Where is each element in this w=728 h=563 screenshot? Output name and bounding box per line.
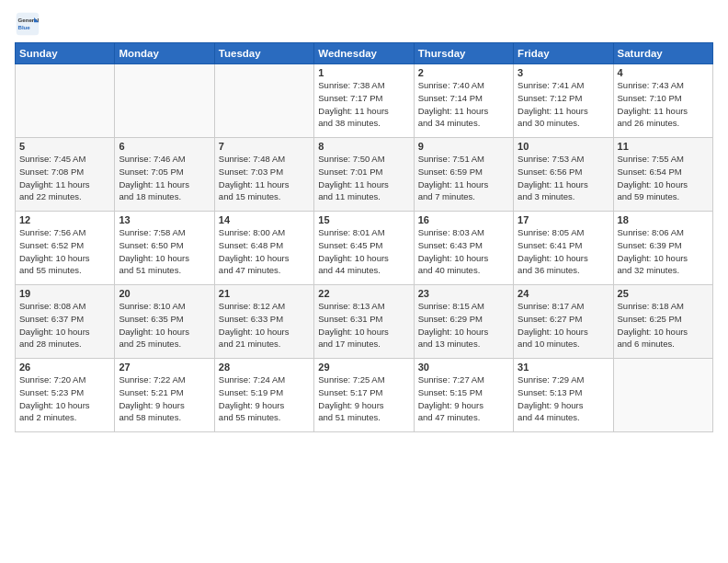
day-number: 17 (518, 214, 609, 225)
week-row-1: 5Sunrise: 7:45 AM Sunset: 7:08 PM Daylig… (16, 138, 713, 212)
day-cell: 6Sunrise: 7:46 AM Sunset: 7:05 PM Daylig… (115, 138, 214, 212)
day-cell: 26Sunrise: 7:20 AM Sunset: 5:23 PM Dayli… (16, 359, 115, 432)
day-cell: 3Sunrise: 7:41 AM Sunset: 7:12 PM Daylig… (514, 64, 613, 138)
day-info: Sunrise: 7:25 AM Sunset: 5:17 PM Dayligh… (318, 373, 409, 424)
day-cell (214, 64, 313, 138)
col-header-sunday: Sunday (16, 43, 115, 64)
day-info: Sunrise: 8:18 AM Sunset: 6:25 PM Dayligh… (618, 300, 709, 350)
day-number: 25 (618, 288, 709, 299)
calendar-table: SundayMondayTuesdayWednesdayThursdayFrid… (15, 42, 713, 432)
day-number: 29 (318, 362, 409, 373)
day-cell: 2Sunrise: 7:40 AM Sunset: 7:14 PM Daylig… (414, 64, 513, 138)
day-number: 6 (119, 141, 210, 152)
day-number: 21 (219, 288, 310, 299)
logo: General Blue (15, 11, 42, 37)
day-cell: 20Sunrise: 8:10 AM Sunset: 6:35 PM Dayli… (115, 285, 214, 359)
week-row-2: 12Sunrise: 7:56 AM Sunset: 6:52 PM Dayli… (16, 212, 713, 285)
day-cell: 12Sunrise: 7:56 AM Sunset: 6:52 PM Dayli… (16, 212, 115, 285)
day-cell: 27Sunrise: 7:22 AM Sunset: 5:21 PM Dayli… (115, 359, 214, 432)
day-info: Sunrise: 7:29 AM Sunset: 5:13 PM Dayligh… (518, 373, 609, 424)
day-cell: 7Sunrise: 7:48 AM Sunset: 7:03 PM Daylig… (214, 138, 313, 212)
day-info: Sunrise: 8:08 AM Sunset: 6:37 PM Dayligh… (19, 300, 110, 350)
day-info: Sunrise: 7:40 AM Sunset: 7:14 PM Dayligh… (418, 79, 509, 130)
day-info: Sunrise: 7:48 AM Sunset: 7:03 PM Dayligh… (219, 153, 310, 203)
col-header-monday: Monday (115, 43, 214, 64)
day-cell: 1Sunrise: 7:38 AM Sunset: 7:17 PM Daylig… (314, 64, 414, 138)
day-info: Sunrise: 7:50 AM Sunset: 7:01 PM Dayligh… (318, 153, 409, 203)
header-row: SundayMondayTuesdayWednesdayThursdayFrid… (16, 43, 713, 64)
day-info: Sunrise: 7:22 AM Sunset: 5:21 PM Dayligh… (119, 373, 210, 424)
day-info: Sunrise: 7:43 AM Sunset: 7:10 PM Dayligh… (618, 79, 709, 130)
day-number: 8 (318, 141, 409, 152)
day-cell: 14Sunrise: 8:00 AM Sunset: 6:48 PM Dayli… (214, 212, 313, 285)
day-number: 19 (19, 288, 110, 299)
day-info: Sunrise: 8:12 AM Sunset: 6:33 PM Dayligh… (219, 300, 310, 350)
day-cell: 23Sunrise: 8:15 AM Sunset: 6:29 PM Dayli… (414, 285, 513, 359)
day-cell: 28Sunrise: 7:24 AM Sunset: 5:19 PM Dayli… (214, 359, 313, 432)
day-number: 12 (19, 214, 110, 225)
day-cell: 30Sunrise: 7:27 AM Sunset: 5:15 PM Dayli… (414, 359, 513, 432)
day-number: 13 (119, 214, 210, 225)
logo-icon: General Blue (15, 11, 40, 37)
day-number: 11 (618, 141, 709, 152)
day-number: 24 (518, 288, 609, 299)
day-info: Sunrise: 7:58 AM Sunset: 6:50 PM Dayligh… (119, 226, 210, 277)
col-header-wednesday: Wednesday (314, 43, 414, 64)
day-number: 28 (219, 362, 310, 373)
day-number: 4 (618, 67, 709, 78)
day-info: Sunrise: 8:01 AM Sunset: 6:45 PM Dayligh… (318, 226, 409, 277)
day-cell: 21Sunrise: 8:12 AM Sunset: 6:33 PM Dayli… (214, 285, 313, 359)
day-cell: 29Sunrise: 7:25 AM Sunset: 5:17 PM Dayli… (314, 359, 414, 432)
week-row-0: 1Sunrise: 7:38 AM Sunset: 7:17 PM Daylig… (16, 64, 713, 138)
day-info: Sunrise: 7:51 AM Sunset: 6:59 PM Dayligh… (418, 153, 509, 203)
day-number: 3 (518, 67, 609, 78)
svg-text:Blue: Blue (18, 24, 31, 30)
day-info: Sunrise: 7:46 AM Sunset: 7:05 PM Dayligh… (119, 153, 210, 203)
day-info: Sunrise: 7:24 AM Sunset: 5:19 PM Dayligh… (219, 373, 310, 424)
header: General Blue (15, 11, 713, 37)
day-number: 18 (618, 214, 709, 225)
day-number: 5 (19, 141, 110, 152)
day-info: Sunrise: 7:56 AM Sunset: 6:52 PM Dayligh… (19, 226, 110, 277)
week-row-4: 26Sunrise: 7:20 AM Sunset: 5:23 PM Dayli… (16, 359, 713, 432)
day-cell: 10Sunrise: 7:53 AM Sunset: 6:56 PM Dayli… (514, 138, 613, 212)
day-cell: 4Sunrise: 7:43 AM Sunset: 7:10 PM Daylig… (613, 64, 712, 138)
day-number: 10 (518, 141, 609, 152)
day-info: Sunrise: 7:45 AM Sunset: 7:08 PM Dayligh… (19, 153, 110, 203)
day-number: 9 (418, 141, 509, 152)
day-info: Sunrise: 7:20 AM Sunset: 5:23 PM Dayligh… (19, 373, 110, 424)
day-cell: 9Sunrise: 7:51 AM Sunset: 6:59 PM Daylig… (414, 138, 513, 212)
day-number: 20 (119, 288, 210, 299)
day-info: Sunrise: 8:00 AM Sunset: 6:48 PM Dayligh… (219, 226, 310, 277)
day-info: Sunrise: 8:13 AM Sunset: 6:31 PM Dayligh… (318, 300, 409, 350)
day-number: 1 (318, 67, 409, 78)
col-header-saturday: Saturday (613, 43, 712, 64)
day-cell: 17Sunrise: 8:05 AM Sunset: 6:41 PM Dayli… (514, 212, 613, 285)
day-cell: 18Sunrise: 8:06 AM Sunset: 6:39 PM Dayli… (613, 212, 712, 285)
day-cell: 5Sunrise: 7:45 AM Sunset: 7:08 PM Daylig… (16, 138, 115, 212)
day-cell: 25Sunrise: 8:18 AM Sunset: 6:25 PM Dayli… (613, 285, 712, 359)
day-number: 22 (318, 288, 409, 299)
day-cell (16, 64, 115, 138)
day-info: Sunrise: 7:53 AM Sunset: 6:56 PM Dayligh… (518, 153, 609, 203)
day-cell: 19Sunrise: 8:08 AM Sunset: 6:37 PM Dayli… (16, 285, 115, 359)
day-cell: 11Sunrise: 7:55 AM Sunset: 6:54 PM Dayli… (613, 138, 712, 212)
day-number: 27 (119, 362, 210, 373)
day-info: Sunrise: 8:06 AM Sunset: 6:39 PM Dayligh… (618, 226, 709, 277)
day-number: 7 (219, 141, 310, 152)
day-cell: 8Sunrise: 7:50 AM Sunset: 7:01 PM Daylig… (314, 138, 414, 212)
col-header-thursday: Thursday (414, 43, 513, 64)
day-info: Sunrise: 7:55 AM Sunset: 6:54 PM Dayligh… (618, 153, 709, 203)
day-number: 30 (418, 362, 509, 373)
day-cell: 15Sunrise: 8:01 AM Sunset: 6:45 PM Dayli… (314, 212, 414, 285)
day-info: Sunrise: 8:17 AM Sunset: 6:27 PM Dayligh… (518, 300, 609, 350)
day-cell: 16Sunrise: 8:03 AM Sunset: 6:43 PM Dayli… (414, 212, 513, 285)
day-number: 2 (418, 67, 509, 78)
day-number: 16 (418, 214, 509, 225)
day-number: 23 (418, 288, 509, 299)
day-info: Sunrise: 8:03 AM Sunset: 6:43 PM Dayligh… (418, 226, 509, 277)
day-cell: 22Sunrise: 8:13 AM Sunset: 6:31 PM Dayli… (314, 285, 414, 359)
day-cell (613, 359, 712, 432)
day-info: Sunrise: 7:27 AM Sunset: 5:15 PM Dayligh… (418, 373, 509, 424)
day-number: 26 (19, 362, 110, 373)
